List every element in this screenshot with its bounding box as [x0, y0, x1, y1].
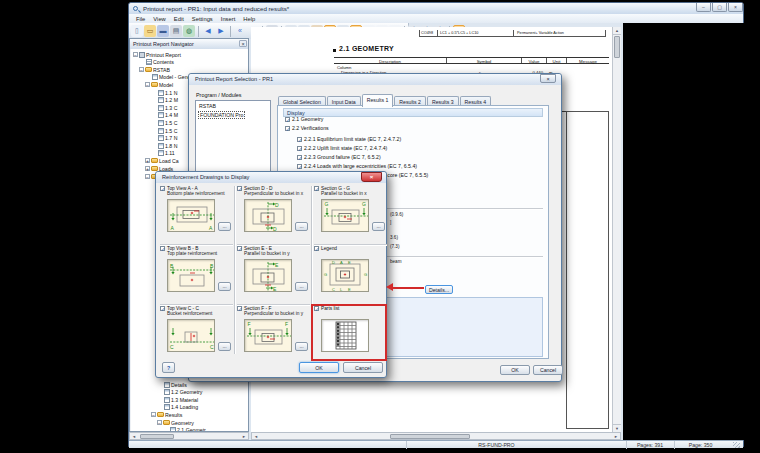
details-button[interactable]: Details...: [425, 285, 453, 294]
drawing-subtitle: Perpendicular to bucket in x: [244, 191, 303, 196]
more-options-button[interactable]: ...: [218, 222, 231, 231]
navigator-close-icon[interactable]: ×: [239, 40, 247, 47]
toolbar-back-icon[interactable]: ◀: [202, 25, 214, 37]
document-hscrollbar[interactable]: ◄ ►: [251, 432, 621, 440]
reinforcement-help-button[interactable]: ?: [162, 362, 175, 373]
display-check-item[interactable]: ✓2.1 Geometry: [285, 116, 323, 122]
close-button[interactable]: ×: [728, 3, 743, 12]
nav-scroll-left-icon[interactable]: ◄: [130, 433, 138, 440]
selection-dialog-titlebar[interactable]: Printout Report Selection - PR1: [189, 74, 561, 85]
checkbox-checked-icon[interactable]: ✓: [297, 137, 302, 142]
tree-item[interactable]: −Printout Report: [133, 51, 247, 58]
drawing-check-item[interactable]: ✓Section D - DPerpendicular to bucket in…: [237, 186, 303, 197]
doc-hscroll-thumb[interactable]: [390, 434, 470, 439]
expand-toggle-icon[interactable]: +: [145, 158, 150, 163]
drawing-check-item[interactable]: ✓Section F - FPerpendicular to bucket in…: [237, 306, 303, 317]
toolbar-new-report-icon[interactable]: ▯: [131, 25, 143, 37]
display-check-item[interactable]: ✓2.2.3 Ground failure (EC 7, 6.5.2): [297, 154, 381, 160]
doc-scroll-left-icon[interactable]: ◄: [252, 433, 260, 440]
display-check-item[interactable]: ✓2.2.2 Uplift limit state (EC 7, 2.4.7.4…: [297, 145, 387, 151]
nav-hscroll-thumb[interactable]: [140, 434, 174, 439]
svg-text:E: E: [275, 262, 279, 268]
checkbox-checked-icon[interactable]: ✓: [285, 117, 290, 122]
menu-view[interactable]: View: [149, 16, 169, 22]
reinforcement-dialog-close-icon[interactable]: ×: [361, 172, 382, 182]
tree-item[interactable]: 1.4 Loading: [157, 404, 247, 411]
tree-item[interactable]: 1.2 Geometry: [157, 389, 247, 396]
drawing-check-item[interactable]: ✓Top View A - ABottom plate reinforcemen…: [160, 186, 225, 197]
scroll-up-icon[interactable]: ▲: [613, 27, 621, 35]
selection-dialog-close-icon[interactable]: ×: [540, 74, 556, 83]
drawing-check-item[interactable]: ✓Section E - EParallel to bucket in y: [237, 246, 290, 257]
reinforcement-dialog-titlebar[interactable]: Reinforcement Drawings to Display: [156, 172, 386, 183]
tree-item[interactable]: −Results: [151, 411, 247, 418]
toolbar-first-page-icon[interactable]: «: [234, 25, 246, 37]
toolbar-save-icon[interactable]: ▬: [157, 25, 169, 37]
display-check-item[interactable]: ✓2.2.1 Equilibrium limit state (EC 7, 2.…: [297, 136, 401, 142]
checkbox-checked-icon[interactable]: ✓: [237, 186, 242, 191]
tree-item[interactable]: −Geometry: [157, 419, 247, 426]
navigator-header[interactable]: Printout Report Navigator: [130, 39, 248, 49]
checkbox-checked-icon[interactable]: ✓: [314, 246, 319, 251]
checkbox-checked-icon[interactable]: ✓: [237, 306, 242, 311]
maximize-button[interactable]: ▢: [712, 3, 727, 12]
program-item[interactable]: FOUNDATION Pro: [198, 111, 245, 119]
vscroll-thumb[interactable]: [614, 36, 620, 58]
display-check-item[interactable]: ✓2.2.4 Loads with large eccentricities (…: [297, 163, 417, 169]
minimize-button[interactable]: –: [696, 3, 711, 12]
checkbox-checked-icon[interactable]: ✓: [297, 164, 302, 169]
doc-scroll-right-icon[interactable]: ►: [612, 433, 620, 440]
reinforcement-cancel-button[interactable]: Cancel: [343, 362, 383, 373]
drawing-check-item[interactable]: ✓Legend: [314, 246, 337, 251]
nav-scroll-right-icon[interactable]: ►: [240, 433, 248, 440]
navigator-hscrollbar[interactable]: ◄ ►: [129, 432, 249, 440]
checkbox-checked-icon[interactable]: ✓: [237, 246, 242, 251]
menu-settings[interactable]: Settings: [188, 16, 217, 22]
more-options-button[interactable]: ...: [295, 342, 308, 351]
tree-item[interactable]: Details: [157, 381, 247, 388]
checkbox-checked-icon[interactable]: ✓: [160, 246, 165, 251]
menu-file[interactable]: File: [132, 16, 149, 22]
display-check-item[interactable]: ✓2.2 Verifications: [285, 125, 329, 131]
toolbar-forward-icon[interactable]: ▶: [215, 25, 227, 37]
toolbar-refresh-icon[interactable]: ◍: [183, 25, 195, 37]
tree-item[interactable]: Contents: [139, 59, 247, 66]
menu-help[interactable]: Help: [239, 16, 259, 22]
menu-edit[interactable]: Edit: [170, 16, 188, 22]
collapse-toggle-icon[interactable]: −: [139, 67, 144, 72]
collapse-toggle-icon[interactable]: −: [133, 52, 138, 57]
checkbox-checked-icon[interactable]: ✓: [297, 146, 302, 151]
toolbar-open-icon[interactable]: ▭: [144, 25, 156, 37]
document-vscrollbar[interactable]: ▲ ▼: [612, 27, 621, 432]
checkbox-checked-icon[interactable]: ✓: [297, 155, 302, 160]
program-item[interactable]: RSTAB: [198, 103, 217, 109]
selection-cancel-button[interactable]: Cancel: [533, 365, 563, 375]
tree-item[interactable]: 2.1 Geometr: [163, 427, 247, 431]
more-options-button[interactable]: ...: [218, 282, 231, 291]
more-options-button[interactable]: ...: [295, 282, 308, 291]
reinforcement-ok-button[interactable]: OK: [299, 362, 339, 373]
resize-grip[interactable]: [733, 442, 740, 448]
checkbox-checked-icon[interactable]: ✓: [160, 306, 165, 311]
checkbox-checked-icon[interactable]: ✓: [160, 186, 165, 191]
collapse-toggle-icon[interactable]: −: [151, 412, 156, 417]
more-options-button[interactable]: ...: [372, 222, 385, 231]
scroll-down-icon[interactable]: ▼: [613, 424, 621, 432]
collapse-toggle-icon[interactable]: −: [145, 82, 150, 87]
more-options-button[interactable]: ...: [295, 222, 308, 231]
toolbar-print-icon[interactable]: ▤: [170, 25, 182, 37]
collapse-toggle-icon[interactable]: −: [157, 420, 162, 425]
drawing-check-item[interactable]: ✓Section G - GParallel to bucket in x: [314, 186, 367, 197]
menu-insert[interactable]: Insert: [217, 16, 240, 22]
drawing-check-item[interactable]: ✓Top View C - CBucket reinforcement: [160, 306, 212, 317]
tab-results-1[interactable]: Results 1: [362, 94, 394, 107]
expand-toggle-icon[interactable]: +: [145, 166, 150, 171]
checkbox-checked-icon[interactable]: ✓: [314, 186, 319, 191]
drawing-check-item[interactable]: ✓Top View B - BTop plate reinforcement: [160, 246, 217, 257]
selection-ok-button[interactable]: OK: [500, 365, 530, 375]
window-titlebar[interactable]: Printout report - PR1: Input data and re…: [129, 3, 743, 14]
more-options-button[interactable]: ...: [218, 342, 231, 351]
collapse-toggle-icon[interactable]: −: [145, 174, 150, 179]
checkbox-checked-icon[interactable]: ✓: [285, 126, 290, 131]
tree-item[interactable]: 1.3 Material: [157, 396, 247, 403]
